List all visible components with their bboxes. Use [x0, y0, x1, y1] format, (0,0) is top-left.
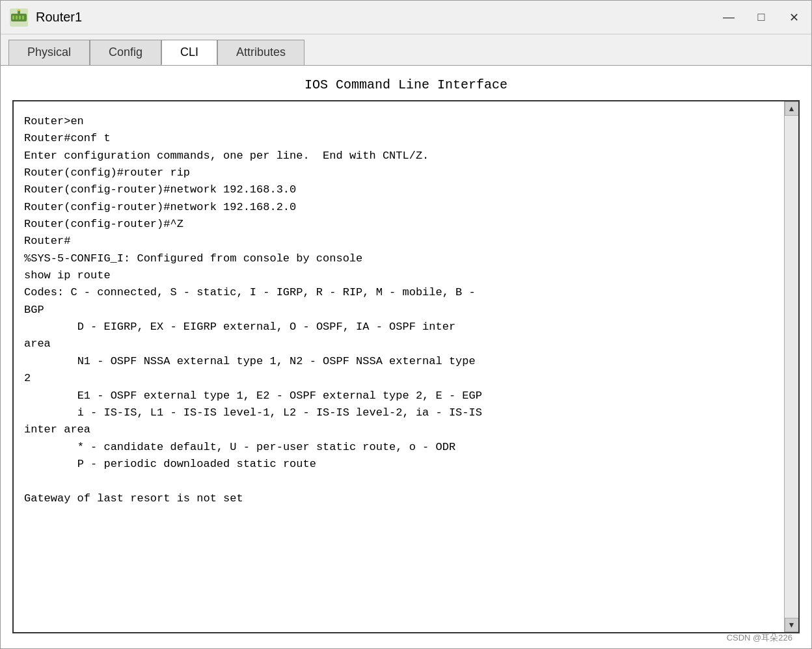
scrollbar[interactable]: ▲ ▼ [784, 101, 798, 632]
close-button[interactable]: ✕ [784, 8, 804, 27]
router-icon [8, 7, 29, 28]
watermark: CSDN @耳朵226 [727, 632, 792, 644]
cli-container[interactable]: Router>en Router#conf t Enter configurat… [12, 100, 800, 633]
svg-rect-4 [19, 16, 21, 20]
content-area: IOS Command Line Interface Router>en Rou… [1, 65, 811, 648]
maximize-button[interactable]: □ [751, 8, 771, 27]
svg-rect-5 [22, 16, 24, 20]
main-window: Router1 — □ ✕ Physical Config CLI Attrib… [0, 0, 812, 649]
tab-physical[interactable]: Physical [8, 40, 90, 65]
svg-rect-2 [12, 16, 14, 20]
svg-rect-3 [16, 16, 18, 20]
scroll-down-button[interactable]: ▼ [785, 618, 799, 632]
cli-output[interactable]: Router>en Router#conf t Enter configurat… [14, 101, 784, 632]
scroll-track[interactable] [785, 116, 798, 618]
title-bar: Router1 — □ ✕ [1, 1, 811, 34]
title-bar-left: Router1 [8, 7, 82, 28]
tab-bar: Physical Config CLI Attributes [1, 34, 811, 65]
section-title: IOS Command Line Interface [1, 66, 811, 100]
tab-attributes[interactable]: Attributes [217, 40, 304, 65]
minimize-button[interactable]: — [719, 8, 738, 27]
tab-config[interactable]: Config [90, 40, 161, 65]
tab-cli[interactable]: CLI [161, 40, 217, 65]
window-title: Router1 [36, 10, 82, 25]
title-bar-controls: — □ ✕ [719, 8, 804, 27]
scroll-up-button[interactable]: ▲ [785, 101, 799, 116]
